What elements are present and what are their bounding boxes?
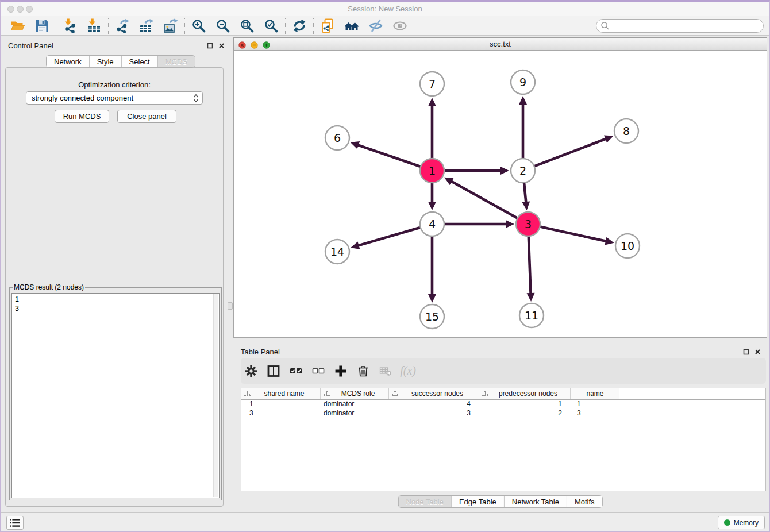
graph-node-15[interactable]: 15 — [420, 304, 444, 329]
memory-button[interactable]: Memory — [718, 516, 765, 529]
zoom-out-icon[interactable] — [215, 18, 231, 34]
graph-edge-1-4[interactable] — [428, 182, 436, 210]
float-table-panel-icon[interactable] — [743, 347, 749, 357]
close-panel-icon[interactable] — [218, 41, 225, 51]
graph-edge-1-2[interactable] — [443, 167, 509, 175]
svg-text:9: 9 — [519, 76, 526, 88]
column-header-MCDS-role[interactable]: MCDS role — [321, 388, 389, 399]
deselect-all-icon[interactable] — [311, 364, 325, 378]
application-window: Session: New Session Control Panel Netwo… — [0, 0, 770, 532]
float-panel-icon[interactable] — [207, 41, 213, 51]
svg-text:2: 2 — [519, 164, 526, 177]
graph-node-2[interactable]: 2 — [511, 159, 535, 183]
graph-edge-3-10[interactable] — [539, 226, 614, 245]
mcds-result-box[interactable]: 1 3 — [11, 293, 220, 498]
tab-mcds[interactable]: MCDS — [157, 56, 195, 67]
run-mcds-button[interactable]: Run MCDS — [55, 110, 109, 123]
table-cell[interactable]: 3 — [241, 409, 321, 418]
add-row-icon[interactable] — [334, 364, 348, 378]
open-session-icon[interactable] — [10, 18, 26, 34]
graph-node-10[interactable]: 10 — [615, 234, 640, 258]
network-graph: 7968124314101511 — [234, 51, 767, 337]
tab-select[interactable]: Select — [121, 56, 157, 67]
tab-motifs[interactable]: Motifs — [567, 496, 602, 507]
graph-edge-3-11[interactable] — [527, 235, 535, 302]
export-image-icon[interactable] — [163, 18, 179, 34]
svg-text:10: 10 — [621, 240, 634, 252]
graph-node-9[interactable]: 9 — [511, 70, 535, 94]
task-history-button[interactable] — [6, 516, 24, 530]
zoom-selected-icon[interactable] — [263, 18, 279, 34]
search-field[interactable] — [596, 19, 764, 33]
column-header-predecessor-nodes[interactable]: predecessor nodes — [479, 388, 571, 399]
window-titlebar: Session: New Session — [1, 2, 769, 16]
result-scrollbar[interactable] — [213, 294, 218, 497]
import-network-icon[interactable] — [62, 18, 78, 34]
refresh-network-icon[interactable] — [291, 18, 307, 34]
columns-icon[interactable] — [267, 364, 280, 378]
graph-edge-2-9[interactable] — [519, 96, 527, 160]
graph-node-7[interactable]: 7 — [420, 72, 444, 96]
delete-row-icon[interactable] — [356, 364, 370, 378]
graph-node-3[interactable]: 3 — [516, 212, 540, 236]
table-cell[interactable]: 3 — [571, 409, 619, 418]
zoom-fit-icon[interactable] — [239, 18, 255, 34]
graph-node-14[interactable]: 14 — [325, 240, 349, 264]
graph-edge-3-1[interactable] — [444, 178, 518, 219]
table-cell[interactable]: 3 — [389, 409, 479, 418]
tab-network[interactable]: Network — [47, 56, 89, 67]
network-canvas[interactable]: 7968124314101511 — [233, 51, 767, 338]
graph-edge-2-8[interactable] — [533, 135, 614, 167]
graph-node-6[interactable]: 6 — [325, 126, 349, 150]
column-header-shared-name[interactable]: shared name — [241, 388, 321, 399]
graph-edge-4-15[interactable] — [428, 235, 436, 303]
graph-edge-1-6[interactable] — [351, 141, 422, 167]
graph-node-4[interactable]: 4 — [420, 212, 444, 236]
graph-node-1[interactable]: 1 — [420, 159, 444, 183]
table-cell[interactable]: dominator — [321, 400, 389, 409]
graph-node-8[interactable]: 8 — [614, 119, 638, 143]
criterion-select[interactable]: strongly connected component — [26, 91, 203, 105]
save-session-icon[interactable] — [34, 18, 50, 34]
graph-edge-4-14[interactable] — [351, 227, 422, 249]
criterion-value: strongly connected component — [32, 94, 133, 102]
graph-edge-2-3[interactable] — [522, 182, 530, 210]
network-view-window: scc.txt 7968124314101511 — [233, 37, 767, 338]
table-cell[interactable]: 2 — [479, 409, 571, 418]
hide-panels-icon[interactable] — [368, 18, 384, 34]
close-panel-button[interactable]: Close panel — [117, 110, 176, 123]
table-panel-title: Table Panel — [241, 348, 280, 356]
svg-text:3: 3 — [525, 218, 532, 230]
graph-edge-4-3[interactable] — [443, 220, 514, 228]
close-table-panel-icon[interactable] — [754, 347, 761, 357]
status-bar: Memory — [1, 512, 769, 532]
zoom-in-icon[interactable] — [191, 18, 207, 34]
search-input[interactable] — [610, 22, 761, 30]
tab-style[interactable]: Style — [89, 56, 121, 67]
table-row[interactable]: 3dominator323 — [241, 409, 765, 418]
column-header-name[interactable]: name — [571, 388, 619, 399]
table-row[interactable]: 1dominator411 — [241, 400, 765, 409]
import-table-icon[interactable] — [86, 18, 102, 34]
export-network-icon[interactable] — [114, 18, 130, 34]
graph-node-11[interactable]: 11 — [519, 303, 544, 327]
table-cell[interactable]: dominator — [321, 409, 389, 418]
table-cell[interactable]: 1 — [571, 400, 619, 409]
vertical-splitter-grip[interactable] — [228, 302, 233, 310]
table-cell[interactable]: 4 — [389, 400, 479, 409]
duplicate-network-icon[interactable] — [319, 18, 336, 34]
graph-edge-1-7[interactable] — [428, 98, 436, 160]
tab-edge-table[interactable]: Edge Table — [451, 496, 504, 507]
table-cell[interactable]: 1 — [479, 400, 571, 409]
export-table-icon[interactable] — [138, 18, 155, 34]
table-toolbar: f(x) — [241, 358, 766, 384]
home-icon[interactable] — [344, 18, 360, 34]
table-cell[interactable]: 1 — [241, 400, 321, 409]
column-header-successor-nodes[interactable]: successor nodes — [389, 388, 479, 399]
window-title: Session: New Session — [1, 5, 769, 13]
select-all-icon[interactable] — [289, 364, 303, 378]
tab-node-table[interactable]: Node Table — [398, 496, 451, 507]
gear-icon[interactable] — [244, 364, 258, 378]
network-window-titlebar[interactable]: scc.txt — [233, 37, 767, 51]
tab-network-table[interactable]: Network Table — [504, 496, 567, 507]
